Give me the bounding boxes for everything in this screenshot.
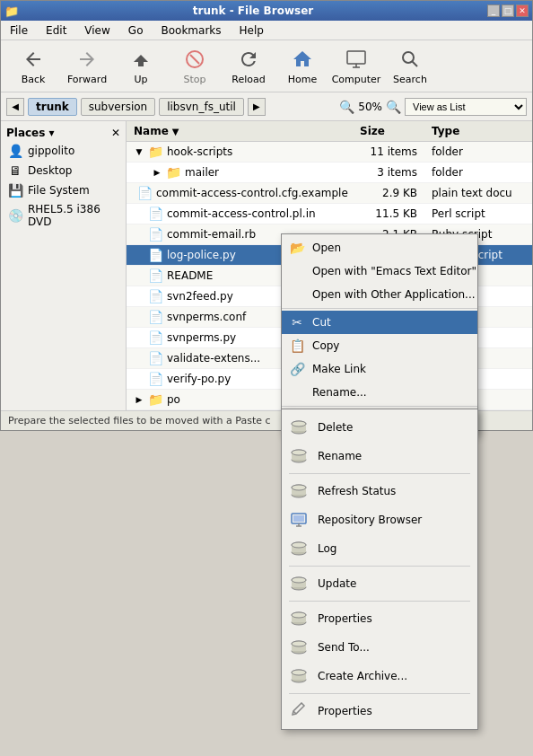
home-button[interactable]: Home [277, 44, 328, 89]
sidebar-label-gippolito: gippolito [28, 145, 74, 157]
file-row[interactable]: 📄 commit-access-control.cfg.example 2.9 … [127, 183, 532, 204]
ctx-open-emacs[interactable]: Open with "Emacs Text Editor" [282, 259, 477, 283]
ctx-open-other[interactable]: Open with Other Application... [282, 283, 477, 306]
file-size: 3 items [353, 164, 424, 180]
ext-ctx-properties[interactable]: Properties [282, 604, 477, 633]
col-header-size[interactable]: Size [353, 123, 424, 139]
reload-label: Reload [232, 74, 265, 85]
cut-icon: ✂ [289, 314, 305, 330]
ext-ctx-update[interactable]: Update [282, 569, 477, 598]
search-button[interactable]: Search [385, 44, 435, 89]
sidebar-item-desktop[interactable]: 🖥 Desktop [1, 161, 126, 180]
addr-prev-button[interactable]: ◀ [6, 98, 24, 116]
update-disk-icon [289, 574, 309, 593]
sidebar-item-filesystem[interactable]: 💾 File System [1, 180, 126, 200]
desktop-icon: 🖥 [8, 163, 22, 178]
computer-button[interactable]: Computer [331, 44, 381, 89]
file-row[interactable]: ▼ 📁 hook-scripts 11 items folder [127, 142, 532, 163]
svg-rect-19 [293, 515, 304, 522]
file-doc-icon: 📄 [148, 207, 163, 221]
sidebar-item-dvd[interactable]: 💿 RHEL5.5 i386 DVD [1, 200, 126, 231]
file-row[interactable]: ▶ 📁 mailer 3 items folder [127, 163, 532, 183]
svg-point-13 [292, 450, 306, 455]
menu-view[interactable]: View [79, 22, 115, 39]
file-doc-icon: 📄 [148, 268, 163, 283]
up-icon [128, 47, 153, 72]
ext-ctx-properties-2[interactable]: Properties [282, 697, 477, 725]
menu-help[interactable]: Help [234, 22, 269, 39]
ext-ctx-rename[interactable]: Rename [282, 442, 477, 470]
forward-icon [74, 47, 100, 72]
sidebar-title: Places ▾ [6, 127, 55, 139]
ctx-copy-label: Copy [312, 339, 339, 352]
ext-context-menu: Delete Rename Refresh Status Repository … [281, 409, 478, 730]
sidebar-close[interactable]: ✕ [111, 127, 120, 139]
ext-ctx-properties-label: Properties [318, 612, 372, 625]
tree-arrow[interactable]: ▶ [152, 167, 162, 178]
folder-icon: 📁 [148, 392, 163, 407]
forward-button[interactable]: Forward [62, 44, 112, 89]
reload-button[interactable]: Reload [223, 44, 274, 89]
back-button[interactable]: Back [8, 44, 58, 89]
file-name-cell: 📄 commit-access-control.cfg.example [127, 184, 353, 202]
file-type: Perl script [424, 206, 532, 222]
ext-ctx-repo-browser[interactable]: Repository Browser [282, 505, 477, 534]
menu-go[interactable]: Go [123, 22, 149, 39]
crumb-libsvn[interactable]: libsvn_fs_util [159, 98, 244, 116]
minimize-button[interactable]: _ [487, 4, 500, 17]
ext-separator-1 [289, 473, 470, 474]
ext-ctx-sendto[interactable]: Send To... [282, 633, 477, 662]
file-name: verify-po.py [167, 373, 231, 385]
ctx-other-icon [289, 286, 305, 303]
up-button[interactable]: Up [116, 44, 166, 89]
view-select[interactable]: View as List View as Icons View as Compa… [405, 98, 527, 116]
ext-ctx-refresh[interactable]: Refresh Status [282, 477, 477, 505]
menu-edit[interactable]: Edit [40, 22, 72, 39]
svg-rect-3 [347, 51, 365, 64]
addr-next-button[interactable]: ▶ [248, 98, 266, 116]
ctx-emacs-icon [289, 263, 305, 279]
addressbar: ◀ trunk subversion libsvn_fs_util ▶ 🔍 50… [1, 92, 532, 121]
ctx-open-other-label: Open with Other Application... [312, 288, 476, 301]
file-name-cell: ▼ 📁 hook-scripts [127, 143, 353, 161]
ext-ctx-delete[interactable]: Delete [282, 413, 477, 442]
ext-ctx-refresh-label: Refresh Status [318, 485, 396, 497]
zoom-in-icon[interactable]: 🔍 [386, 100, 401, 114]
svg-point-4 [403, 52, 414, 63]
ext-ctx-log[interactable]: Log [282, 534, 477, 563]
zoom-out-icon[interactable]: 🔍 [339, 100, 354, 114]
ext-ctx-repo-label: Repository Browser [318, 514, 422, 526]
up-label: Up [134, 74, 147, 85]
file-name-cell: 📄 commit-access-control.pl.in [127, 205, 353, 223]
ext-ctx-create-archive[interactable]: Create Archive... [282, 662, 477, 690]
file-name: svn2feed.py [167, 290, 233, 303]
ext-separator-2 [289, 566, 470, 567]
home-label: Home [288, 74, 317, 85]
crumb-trunk[interactable]: trunk [28, 98, 77, 116]
tree-arrow[interactable]: ▼ [134, 146, 144, 157]
ctx-open[interactable]: 📂 Open [282, 236, 477, 259]
maximize-button[interactable]: □ [502, 4, 514, 17]
col-header-type[interactable]: Type [424, 123, 532, 139]
tree-arrow[interactable]: ▶ [134, 394, 144, 405]
stop-button[interactable]: Stop [170, 44, 220, 89]
crumb-subversion[interactable]: subversion [81, 98, 155, 116]
stop-icon [182, 47, 207, 72]
ctx-cut[interactable]: ✂ Cut [282, 311, 477, 334]
sidebar-item-gippolito[interactable]: 👤 gippolito [1, 141, 126, 161]
col-header-name[interactable]: Name ▼ [127, 123, 353, 139]
ctx-open-label: Open [312, 242, 341, 254]
close-button[interactable]: ✕ [516, 4, 529, 17]
file-name: commit-access-control.cfg.example [156, 187, 348, 199]
file-row[interactable]: 📄 commit-access-control.pl.in 11.5 KB Pe… [127, 204, 532, 224]
menu-bookmarks[interactable]: Bookmarks [155, 22, 226, 39]
file-name: svnperms.py [167, 331, 236, 344]
file-type: plain text docu [424, 185, 532, 201]
svg-point-17 [292, 485, 306, 490]
ctx-copy[interactable]: 📋 Copy [282, 334, 477, 357]
menu-file[interactable]: File [4, 22, 33, 39]
zoom-level: 50% [358, 101, 382, 113]
ctx-make-link[interactable]: 🔗 Make Link [282, 357, 477, 381]
folder-icon: 📁 [166, 165, 181, 180]
ctx-rename[interactable]: Rename... [282, 381, 477, 404]
